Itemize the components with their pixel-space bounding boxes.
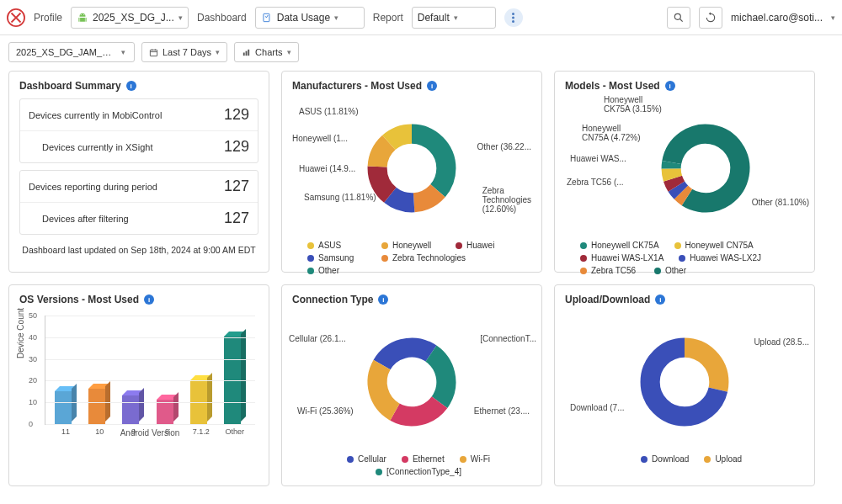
- legend: Honeywell CK75A Honeywell CN75A Huawei W…: [565, 237, 804, 275]
- chevron-down-icon: ▾: [179, 13, 183, 22]
- profile-label: Profile: [34, 12, 62, 24]
- slice-label: [ConnectionT...: [480, 334, 536, 343]
- app-logo-icon: [7, 8, 25, 27]
- legend-item: Wi-Fi: [471, 454, 490, 464]
- data-usage-icon: [261, 12, 273, 24]
- card-upload-download: Upload/Downloadi Upload (28.5... Downloa…: [554, 284, 815, 486]
- svg-point-2: [83, 13, 84, 14]
- more-button[interactable]: [504, 8, 523, 27]
- slice-label: HoneywellCN75A (4.72%): [582, 124, 640, 142]
- card-os-versions: OS Versions - Most Usedi Device Count 11…: [8, 284, 269, 486]
- profile-select[interactable]: 2025_XS_DG_J... ▾: [71, 7, 189, 29]
- calendar-icon: [149, 48, 158, 57]
- card-title: OS Versions - Most Used: [19, 294, 139, 305]
- card-title: Models - Most Used: [565, 80, 660, 92]
- filter-period[interactable]: Last 7 Days▾: [141, 42, 227, 62]
- summary-value: 129: [224, 106, 249, 124]
- info-icon[interactable]: i: [665, 81, 675, 91]
- slice-label: ZebraTechnologies(12.60%): [482, 186, 531, 214]
- info-icon[interactable]: i: [427, 81, 437, 91]
- legend-item: Other: [318, 266, 339, 275]
- svg-point-7: [674, 13, 680, 19]
- user-menu[interactable]: michael.caro@soti...: [731, 12, 823, 24]
- legend: Cellular Ethernet Wi-Fi [ConnectionType_…: [292, 451, 531, 476]
- svg-point-1: [81, 13, 82, 14]
- info-icon[interactable]: i: [144, 294, 154, 305]
- legend-item: Zebra TC56: [591, 266, 636, 275]
- donut-chart: [639, 337, 730, 427]
- report-value: Default: [418, 12, 450, 24]
- card-models: Models - Most Usedi HoneywellCK75A (3.15…: [554, 71, 815, 273]
- svg-point-5: [512, 16, 514, 19]
- donut-chart: [366, 123, 457, 214]
- summary-label: Devices currently in MobiControl: [29, 110, 162, 120]
- legend-item: Samsung: [318, 253, 354, 263]
- svg-rect-10: [246, 50, 248, 55]
- legend-item: [ConnectionType_4]: [386, 467, 461, 476]
- card-title: Manufacturers - Most Used: [292, 80, 422, 92]
- summary-value: 127: [224, 210, 249, 227]
- cards-grid: Dashboard Summaryi Devices currently in …: [8, 71, 834, 486]
- chevron-down-icon: ▾: [287, 48, 291, 56]
- slice-label: Upload (28.5...: [754, 337, 809, 347]
- chevron-down-icon: ▾: [121, 48, 125, 56]
- summary-label: Devices reporting during period: [29, 182, 157, 192]
- filter-bar: 2025_XS_DG_JAM_Americas ...▾ Last 7 Days…: [8, 42, 834, 62]
- svg-rect-8: [150, 50, 157, 56]
- slice-label: Download (7...: [570, 403, 624, 412]
- android-icon: [77, 12, 88, 24]
- refresh-button[interactable]: [699, 7, 722, 29]
- filter-period-value: Last 7 Days: [163, 47, 211, 57]
- filter-profile[interactable]: 2025_XS_DG_JAM_Americas ...▾: [8, 42, 135, 62]
- chevron-down-icon: ▾: [454, 13, 458, 22]
- card-connection-type: Connection Typei Cellular (26.1... [Conn…: [281, 284, 542, 486]
- card-dashboard-summary: Dashboard Summaryi Devices currently in …: [8, 71, 269, 273]
- search-button[interactable]: [667, 7, 690, 29]
- info-icon[interactable]: i: [655, 294, 665, 305]
- kebab-icon: [512, 13, 514, 23]
- dashboard-select[interactable]: Data Usage ▾: [255, 7, 365, 29]
- search-icon: [673, 12, 685, 24]
- summary-label: Devices after filtering: [42, 214, 129, 224]
- svg-point-4: [512, 13, 514, 15]
- slice-label: Other (36.22...: [477, 142, 531, 151]
- donut-chart: [653, 115, 758, 220]
- slice-label: Wi-Fi (25.36%): [297, 406, 354, 416]
- legend-item: Huawei: [466, 241, 494, 250]
- info-icon[interactable]: i: [126, 81, 136, 91]
- filter-view-value: Charts: [255, 47, 282, 57]
- legend-item: Honeywell CK75A: [591, 241, 659, 250]
- slice-label: Other (81.10%): [752, 198, 809, 207]
- summary-label: Devices currently in XSight: [42, 142, 152, 152]
- profile-value: 2025_XS_DG_J...: [93, 12, 174, 24]
- legend-item: Download: [652, 454, 689, 464]
- report-select[interactable]: Default ▾: [412, 7, 496, 29]
- slice-label: ASUS (11.81%): [299, 107, 359, 116]
- slice-label: Huawei WAS...: [570, 154, 626, 163]
- dashboard-value: Data Usage: [277, 12, 330, 24]
- chevron-down-icon: ▾: [831, 13, 835, 22]
- svg-point-6: [512, 20, 514, 23]
- filter-view[interactable]: Charts▾: [234, 42, 298, 62]
- refresh-icon: [705, 12, 717, 24]
- donut-chart: [349, 320, 474, 444]
- chart-icon: [242, 48, 251, 57]
- slice-label: Samsung (11.81%): [304, 193, 376, 202]
- legend: Download Upload: [565, 451, 804, 464]
- bar-chart: 1110987.1.2Other 01020304050: [45, 316, 255, 425]
- dashboard-label: Dashboard: [197, 12, 247, 24]
- svg-rect-11: [248, 49, 249, 55]
- legend-item: Huawei WAS-LX2J: [690, 253, 761, 263]
- card-title: Upload/Download: [565, 294, 650, 305]
- legend: ASUS Honeywell Huawei Samsung Zebra Tech…: [292, 237, 531, 275]
- legend-item: Other: [665, 266, 686, 275]
- slice-label: Zebra TC56 (...: [567, 178, 624, 187]
- info-icon[interactable]: i: [378, 294, 388, 305]
- main-content: 2025_XS_DG_JAM_Americas ...▾ Last 7 Days…: [0, 35, 842, 504]
- legend-item: Zebra Technologies: [392, 253, 466, 263]
- summary-footer: Dashboard last updated on Sep 18th, 2024…: [19, 241, 258, 255]
- svg-rect-9: [243, 52, 245, 56]
- slice-label: Huawei (14.9...: [299, 164, 355, 173]
- chevron-down-icon: ▾: [216, 48, 220, 56]
- card-title: Connection Type: [292, 294, 373, 305]
